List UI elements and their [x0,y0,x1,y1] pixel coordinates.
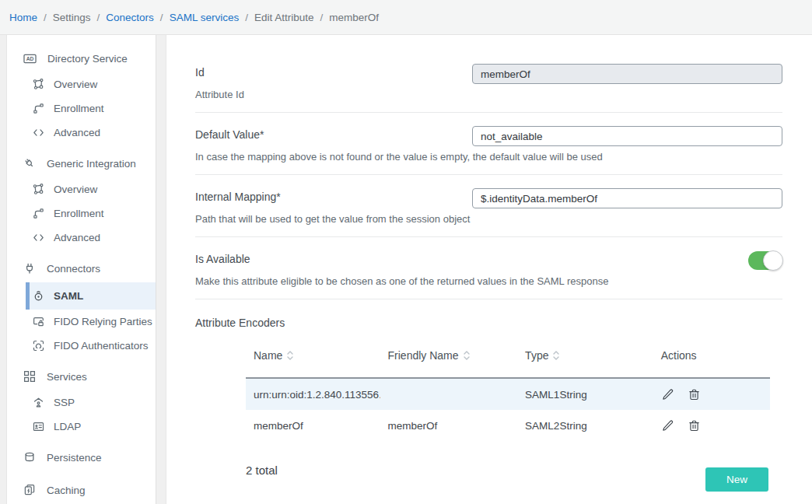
cell-name: memberOf [246,420,380,432]
nodes-icon [32,78,45,91]
column-header-actions: Actions [653,349,770,362]
cell-actions [653,419,770,432]
sidebar-item-gi-enrollment[interactable]: Enrollment [7,201,156,226]
cell-name: urn:urn:oid:1.2.840.113556.1 [246,389,380,401]
field-internal-mapping: Internal Mapping* Path that will be used… [195,175,782,237]
sidebar-group-caching[interactable]: Caching [7,476,156,504]
attribute-encoders-table: Name Friendly Name Type Actions urn:urn: [246,348,770,441]
internal-mapping-input[interactable] [472,188,782,208]
sidebar-item-gi-overview[interactable]: Overview [7,177,156,201]
toggle-knob [763,250,783,271]
sidebar-group-label: Caching [47,485,86,496]
delete-button[interactable] [688,388,701,401]
breadcrumb-edit-attribute: Edit Attribute [254,12,314,23]
id-input[interactable] [472,64,782,84]
internal-mapping-help-text: Path that will be used to get the value … [195,213,631,225]
sidebar-item-label: SSP [54,397,75,408]
route-icon [32,207,45,220]
column-header-label: Friendly Name [388,349,459,362]
plug-icon [23,261,37,275]
cell-type: SAML1String [517,389,653,401]
sidebar-item-ldap[interactable]: LDAP [7,415,156,439]
trash-icon [688,388,701,401]
sidebar-item-label: Advanced [54,127,100,138]
field-id: Id Attribute Id [195,46,782,113]
edit-attribute-form: Id Attribute Id Default Value* In case t… [166,35,812,504]
sidebar-item-ds-advanced[interactable]: Advanced [7,121,156,145]
sidebar-group-connectors[interactable]: Connectors [7,254,156,282]
sidebar-group-label: Connectors [47,263,100,275]
field-default-value: Default Value* In case the mapping above… [195,113,782,175]
breadcrumb: Home / Settings / Conectors / SAML servi… [0,0,812,35]
sidebar: AD Directory Service Overview Enrollment… [6,35,156,504]
total-count: 2 total [246,464,782,477]
attribute-encoders-section: Attribute Encoders Name Friendly Name Ty… [195,299,782,477]
edit-button[interactable] [661,419,674,432]
cache-docs-icon [23,483,37,497]
edit-button[interactable] [661,388,674,401]
sidebar-item-ds-enrollment[interactable]: Enrollment [7,96,156,121]
sidebar-item-label: LDAP [54,421,81,432]
sort-icon [287,350,293,361]
screen-lock-icon [32,315,45,328]
column-header-label: Name [254,349,282,362]
column-header-type[interactable]: Type [517,349,653,362]
breadcrumb-separator: / [320,12,323,23]
breadcrumb-settings: Settings [53,12,91,23]
nodes-icon [32,183,45,196]
column-header-name[interactable]: Name [246,349,380,362]
cell-actions [653,388,770,401]
pencil-icon [661,388,674,401]
sidebar-group-label: Directory Service [47,53,128,65]
sidebar-item-fido-authenticators[interactable]: FIDO Authenticators [7,334,156,358]
breadcrumb-home[interactable]: Home [9,12,37,23]
sidebar-item-label: Advanced [54,232,100,243]
table-body: urn:urn:oid:1.2.840.113556.1 SAML1String… [246,377,770,441]
breadcrumb-saml-services[interactable]: SAML services [170,12,240,23]
id-help-text: Attribute Id [195,89,631,100]
sidebar-item-label: Overview [54,184,97,195]
seal-icon [32,289,45,303]
ad-badge-icon: AD [23,51,37,66]
cell-friendly-name: memberOf [380,420,518,432]
sidebar-item-label: Enrollment [54,208,104,219]
sidebar-item-fido-relying-parties[interactable]: FIDO Relying Parties [7,310,156,334]
field-is-available: Is Available Make this attribute eligibl… [195,237,782,299]
breadcrumb-separator: / [44,12,47,23]
table-row: memberOf memberOf SAML2String [246,410,770,441]
breadcrumb-conectors[interactable]: Conectors [106,12,154,23]
sidebar-item-ssp[interactable]: SSP [7,390,156,415]
sidebar-item-label: Overview [54,79,97,90]
breadcrumb-separator: / [245,12,248,23]
integration-plug-icon [23,156,37,170]
column-header-friendly-name[interactable]: Friendly Name [380,349,518,362]
face-scan-icon [32,339,45,352]
default-value-help-text: In case the mapping above is not found o… [195,151,631,163]
sidebar-group-persistence[interactable]: Persistence [7,443,156,471]
sidebar-item-label: Enrollment [54,103,104,114]
table-row: urn:urn:oid:1.2.840.113556.1 SAML1String [246,379,770,410]
is-available-toggle[interactable] [748,251,782,270]
grid-icon [23,369,37,383]
new-button[interactable]: New [705,467,768,492]
trash-icon [688,419,701,432]
sidebar-group-generic-integration[interactable]: Generic Integration [7,149,156,177]
default-value-input[interactable] [472,126,782,146]
sidebar-group-directory-service[interactable]: AD Directory Service [7,44,156,72]
sidebar-item-label: SAML [54,290,83,302]
sort-icon [464,350,470,361]
sidebar-item-saml[interactable]: SAML [26,282,156,310]
sort-icon [553,350,559,361]
delete-button[interactable] [688,419,701,432]
breadcrumb-memberof: memberOf [329,12,379,23]
sidebar-item-gi-advanced[interactable]: Advanced [7,226,156,250]
sidebar-item-label: FIDO Authenticators [54,340,149,352]
sidebar-item-ds-overview[interactable]: Overview [7,72,156,96]
sidebar-group-label: Services [47,371,87,383]
sidebar-group-services[interactable]: Services [7,362,156,390]
breadcrumb-separator: / [160,12,163,23]
svg-text:AD: AD [26,55,34,61]
table-header-row: Name Friendly Name Type Actions [246,348,770,377]
sidebar-group-label: Persistence [47,452,102,464]
cell-type: SAML2String [517,420,653,432]
